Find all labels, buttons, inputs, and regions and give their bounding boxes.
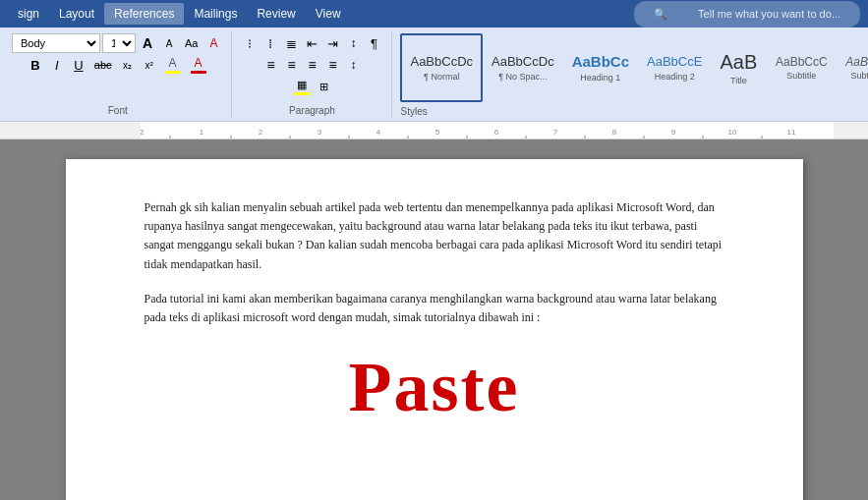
menu-bar: sign Layout References Mailings Review V…: [0, 0, 868, 28]
ruler-white: -2 1 2 3 4 5 6 7 8 9 10: [141, 122, 834, 139]
menu-item-references[interactable]: References: [104, 3, 184, 25]
align-center-button[interactable]: ≡: [281, 55, 301, 75]
paragraph-1: Pernah gk sih kalian menyalin sebuah art…: [145, 198, 724, 274]
style-title[interactable]: AaB Title: [711, 33, 766, 102]
align-right-button[interactable]: ≡: [302, 55, 321, 75]
style-title-label: Title: [730, 76, 747, 85]
sort-button[interactable]: ↕: [343, 33, 363, 53]
paragraph-2: Pada tutorial ini kami akan memberikan b…: [145, 290, 724, 327]
bullets-button[interactable]: ⁝: [240, 33, 260, 53]
svg-rect-0: [141, 122, 829, 139]
styles-gallery: AaBbCcDc ¶ Normal AaBbCcDc ¶ No Spac... …: [400, 33, 868, 102]
multilevel-list-button[interactable]: ≣: [281, 33, 301, 53]
style-subtitle-preview: AaBbCcC: [776, 55, 828, 69]
style-subtitle[interactable]: AaBbCcC Subtitle: [766, 33, 837, 102]
style-heading1-label: Heading 1: [580, 73, 620, 83]
font-size-selector[interactable]: 11: [102, 33, 136, 53]
svg-text:3: 3: [318, 128, 322, 137]
svg-text:7: 7: [553, 128, 558, 137]
svg-text:6: 6: [494, 128, 499, 137]
menu-item-mailings[interactable]: Mailings: [184, 3, 247, 25]
paragraph-group: ⁝ ⁞ ≣ ⇤ ⇥ ↕ ¶ ≡ ≡ ≡ ≡ ↕ ▦: [236, 31, 392, 118]
style-subtitle-label: Subtitle: [786, 71, 816, 81]
document-area: Pernah gk sih kalian menyalin sebuah art…: [0, 139, 868, 500]
search-placeholder: Tell me what you want to do...: [688, 4, 850, 24]
superscript-button[interactable]: x²: [140, 55, 159, 75]
menu-item-layout[interactable]: Layout: [49, 3, 104, 25]
align-left-button[interactable]: ≡: [260, 55, 280, 75]
grow-font-button[interactable]: A: [138, 33, 157, 53]
underline-button[interactable]: U: [69, 55, 88, 75]
highlight-color-button[interactable]: A: [161, 55, 185, 75]
search-box[interactable]: 🔍 Tell me what you want to do...: [634, 1, 860, 28]
svg-text:9: 9: [671, 128, 676, 137]
font-color-button[interactable]: A: [187, 55, 210, 75]
font-group-label: Font: [108, 101, 128, 116]
justify-button[interactable]: ≡: [322, 55, 342, 75]
menu-item-sign[interactable]: sign: [8, 3, 49, 25]
paragraph-group-label: Paragraph: [289, 101, 335, 116]
style-subtle-em[interactable]: AaBbCcDa Subtle Em...: [837, 33, 868, 102]
italic-button[interactable]: I: [47, 55, 67, 75]
svg-text:4: 4: [376, 128, 381, 137]
style-subtle-em-preview: AaBbCcDa: [845, 55, 868, 69]
show-marks-button[interactable]: ¶: [364, 33, 383, 53]
svg-text:10: 10: [728, 128, 737, 137]
styles-group-label: Styles: [400, 102, 427, 117]
shrink-font-button[interactable]: A: [159, 33, 179, 53]
svg-text:8: 8: [612, 128, 617, 137]
style-title-preview: AaB: [720, 50, 757, 74]
svg-text:1: 1: [200, 128, 204, 137]
borders-button[interactable]: ⊞: [315, 77, 334, 96]
subscript-button[interactable]: x₂: [118, 55, 138, 75]
svg-text:5: 5: [435, 128, 440, 137]
line-spacing-button[interactable]: ↕: [343, 55, 363, 75]
ribbon: Body 11 A A Aa A B I U abc x₂ x² A: [0, 28, 868, 122]
style-no-space[interactable]: AaBbCcDc ¶ No Spac...: [483, 33, 563, 102]
paste-word: Paste: [145, 347, 724, 428]
svg-text:-2: -2: [141, 128, 145, 137]
style-no-space-label: ¶ No Spac...: [498, 72, 547, 82]
menu-item-review[interactable]: Review: [247, 3, 305, 25]
ruler: -2 1 2 3 4 5 6 7 8 9 10: [0, 122, 868, 139]
strikethrough-button[interactable]: abc: [90, 55, 116, 75]
svg-text:2: 2: [259, 128, 263, 137]
svg-text:11: 11: [787, 128, 796, 137]
decrease-indent-button[interactable]: ⇤: [302, 33, 321, 53]
clear-format-button[interactable]: A: [203, 33, 223, 53]
change-case-button[interactable]: Aa: [181, 33, 202, 53]
style-heading1-preview: AaBbCc: [572, 53, 629, 71]
styles-group: AaBbCcDc ¶ Normal AaBbCcDc ¶ No Spac... …: [396, 31, 868, 118]
style-heading2-label: Heading 2: [655, 72, 695, 82]
style-heading1[interactable]: AaBbCc Heading 1: [563, 33, 638, 102]
document-page: Pernah gk sih kalian menyalin sebuah art…: [66, 159, 803, 500]
style-normal[interactable]: AaBbCcDc ¶ Normal: [400, 33, 483, 102]
style-heading2[interactable]: AaBbCcE Heading 2: [638, 33, 711, 102]
style-normal-label: ¶ Normal: [424, 72, 459, 82]
style-no-space-preview: AaBbCcDc: [492, 54, 554, 70]
search-icon: 🔍: [644, 4, 677, 25]
bold-button[interactable]: B: [26, 55, 45, 75]
menu-item-view[interactable]: View: [306, 3, 351, 25]
shading-button[interactable]: ▦: [290, 77, 314, 96]
font-name-selector[interactable]: Body: [12, 33, 100, 53]
style-heading2-preview: AaBbCcE: [647, 54, 702, 70]
font-group: Body 11 A A Aa A B I U abc x₂ x² A: [8, 31, 232, 118]
style-subtle-em-label: Subtle Em...: [851, 71, 868, 81]
style-normal-preview: AaBbCcDc: [410, 54, 473, 70]
increase-indent-button[interactable]: ⇥: [322, 33, 342, 53]
numbering-button[interactable]: ⁞: [260, 33, 280, 53]
